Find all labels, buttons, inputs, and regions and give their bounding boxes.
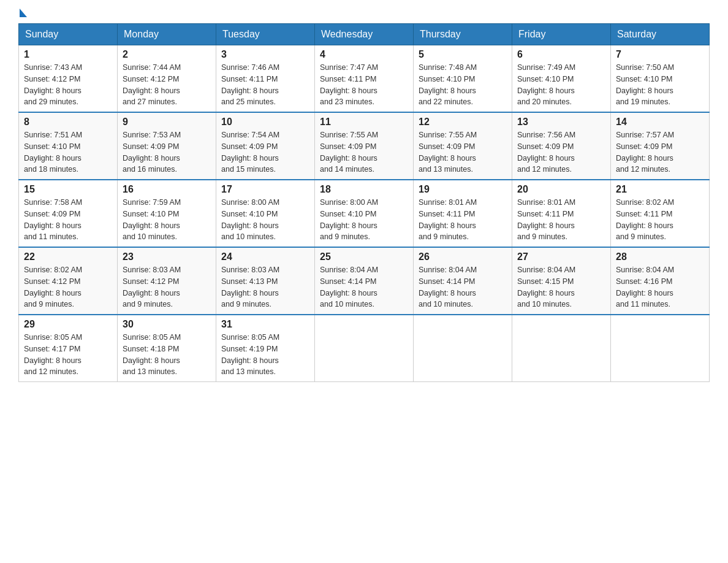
day-info: Sunrise: 8:05 AMSunset: 4:18 PMDaylight:… bbox=[123, 332, 211, 378]
calendar-cell: 22Sunrise: 8:02 AMSunset: 4:12 PMDayligh… bbox=[19, 247, 118, 315]
calendar-cell: 3Sunrise: 7:46 AMSunset: 4:11 PMDaylight… bbox=[216, 45, 315, 113]
day-number: 8 bbox=[24, 117, 112, 128]
day-info: Sunrise: 8:00 AMSunset: 4:10 PMDaylight:… bbox=[320, 197, 408, 243]
day-number: 29 bbox=[24, 319, 112, 330]
day-number: 11 bbox=[320, 117, 408, 128]
calendar-cell: 19Sunrise: 8:01 AMSunset: 4:11 PMDayligh… bbox=[414, 180, 512, 247]
calendar-cell: 4Sunrise: 7:47 AMSunset: 4:11 PMDaylight… bbox=[315, 45, 414, 113]
week-row-2: 8Sunrise: 7:51 AMSunset: 4:10 PMDaylight… bbox=[19, 112, 710, 180]
day-info: Sunrise: 8:04 AMSunset: 4:14 PMDaylight:… bbox=[320, 264, 408, 310]
day-info: Sunrise: 8:02 AMSunset: 4:11 PMDaylight:… bbox=[616, 197, 704, 243]
day-number: 12 bbox=[419, 117, 507, 128]
calendar-cell: 13Sunrise: 7:56 AMSunset: 4:09 PMDayligh… bbox=[512, 112, 611, 180]
day-header-wednesday: Wednesday bbox=[315, 24, 414, 45]
day-header-saturday: Saturday bbox=[611, 24, 710, 45]
calendar-cell: 15Sunrise: 7:58 AMSunset: 4:09 PMDayligh… bbox=[19, 180, 118, 247]
calendar-cell bbox=[315, 315, 414, 382]
day-info: Sunrise: 8:05 AMSunset: 4:19 PMDaylight:… bbox=[221, 332, 309, 378]
day-info: Sunrise: 7:47 AMSunset: 4:11 PMDaylight:… bbox=[320, 62, 408, 108]
day-info: Sunrise: 8:04 AMSunset: 4:14 PMDaylight:… bbox=[419, 264, 507, 310]
calendar-cell: 1Sunrise: 7:43 AMSunset: 4:12 PMDaylight… bbox=[19, 45, 118, 113]
logo bbox=[18, 12, 27, 17]
calendar-cell bbox=[414, 315, 512, 382]
day-info: Sunrise: 7:53 AMSunset: 4:09 PMDaylight:… bbox=[123, 129, 211, 175]
day-info: Sunrise: 7:57 AMSunset: 4:09 PMDaylight:… bbox=[616, 129, 704, 175]
day-header-friday: Friday bbox=[512, 24, 611, 45]
day-header-thursday: Thursday bbox=[414, 24, 512, 45]
day-info: Sunrise: 7:50 AMSunset: 4:10 PMDaylight:… bbox=[616, 62, 704, 108]
day-number: 4 bbox=[320, 49, 408, 60]
day-info: Sunrise: 8:04 AMSunset: 4:15 PMDaylight:… bbox=[517, 264, 605, 310]
calendar-cell bbox=[512, 315, 611, 382]
day-info: Sunrise: 8:03 AMSunset: 4:12 PMDaylight:… bbox=[123, 264, 211, 310]
week-row-4: 22Sunrise: 8:02 AMSunset: 4:12 PMDayligh… bbox=[19, 247, 710, 315]
calendar-cell: 12Sunrise: 7:55 AMSunset: 4:09 PMDayligh… bbox=[414, 112, 512, 180]
calendar-cell: 30Sunrise: 8:05 AMSunset: 4:18 PMDayligh… bbox=[118, 315, 216, 382]
day-info: Sunrise: 7:49 AMSunset: 4:10 PMDaylight:… bbox=[517, 62, 605, 108]
day-number: 28 bbox=[616, 251, 704, 262]
day-info: Sunrise: 7:51 AMSunset: 4:10 PMDaylight:… bbox=[24, 129, 112, 175]
week-row-5: 29Sunrise: 8:05 AMSunset: 4:17 PMDayligh… bbox=[19, 315, 710, 382]
day-number: 10 bbox=[221, 117, 309, 128]
day-number: 23 bbox=[123, 251, 211, 262]
day-info: Sunrise: 7:46 AMSunset: 4:11 PMDaylight:… bbox=[221, 62, 309, 108]
calendar-cell: 23Sunrise: 8:03 AMSunset: 4:12 PMDayligh… bbox=[118, 247, 216, 315]
day-number: 22 bbox=[24, 251, 112, 262]
day-number: 25 bbox=[320, 251, 408, 262]
day-number: 2 bbox=[123, 49, 211, 60]
day-number: 27 bbox=[517, 251, 605, 262]
day-number: 15 bbox=[24, 184, 112, 195]
day-header-monday: Monday bbox=[118, 24, 216, 45]
calendar-cell: 27Sunrise: 8:04 AMSunset: 4:15 PMDayligh… bbox=[512, 247, 611, 315]
day-number: 9 bbox=[123, 117, 211, 128]
day-info: Sunrise: 7:55 AMSunset: 4:09 PMDaylight:… bbox=[419, 129, 507, 175]
day-number: 3 bbox=[221, 49, 309, 60]
header bbox=[18, 12, 710, 17]
day-info: Sunrise: 8:01 AMSunset: 4:11 PMDaylight:… bbox=[517, 197, 605, 243]
calendar-cell: 7Sunrise: 7:50 AMSunset: 4:10 PMDaylight… bbox=[611, 45, 710, 113]
calendar-cell: 28Sunrise: 8:04 AMSunset: 4:16 PMDayligh… bbox=[611, 247, 710, 315]
day-number: 6 bbox=[517, 49, 605, 60]
day-number: 13 bbox=[517, 117, 605, 128]
day-number: 30 bbox=[123, 319, 211, 330]
calendar-cell: 10Sunrise: 7:54 AMSunset: 4:09 PMDayligh… bbox=[216, 112, 315, 180]
calendar-cell: 29Sunrise: 8:05 AMSunset: 4:17 PMDayligh… bbox=[19, 315, 118, 382]
day-number: 31 bbox=[221, 319, 309, 330]
day-number: 21 bbox=[616, 184, 704, 195]
calendar-cell: 25Sunrise: 8:04 AMSunset: 4:14 PMDayligh… bbox=[315, 247, 414, 315]
day-info: Sunrise: 7:44 AMSunset: 4:12 PMDaylight:… bbox=[123, 62, 211, 108]
day-number: 16 bbox=[123, 184, 211, 195]
day-number: 5 bbox=[419, 49, 507, 60]
day-info: Sunrise: 8:03 AMSunset: 4:13 PMDaylight:… bbox=[221, 264, 309, 310]
calendar-cell: 11Sunrise: 7:55 AMSunset: 4:09 PMDayligh… bbox=[315, 112, 414, 180]
day-info: Sunrise: 7:58 AMSunset: 4:09 PMDaylight:… bbox=[24, 197, 112, 243]
calendar-cell: 9Sunrise: 7:53 AMSunset: 4:09 PMDaylight… bbox=[118, 112, 216, 180]
day-info: Sunrise: 7:59 AMSunset: 4:10 PMDaylight:… bbox=[123, 197, 211, 243]
day-number: 19 bbox=[419, 184, 507, 195]
logo-triangle-icon bbox=[20, 9, 27, 17]
day-number: 24 bbox=[221, 251, 309, 262]
day-info: Sunrise: 7:54 AMSunset: 4:09 PMDaylight:… bbox=[221, 129, 309, 175]
day-info: Sunrise: 8:05 AMSunset: 4:17 PMDaylight:… bbox=[24, 332, 112, 378]
day-number: 20 bbox=[517, 184, 605, 195]
week-row-3: 15Sunrise: 7:58 AMSunset: 4:09 PMDayligh… bbox=[19, 180, 710, 247]
day-info: Sunrise: 7:48 AMSunset: 4:10 PMDaylight:… bbox=[419, 62, 507, 108]
day-number: 26 bbox=[419, 251, 507, 262]
day-info: Sunrise: 7:56 AMSunset: 4:09 PMDaylight:… bbox=[517, 129, 605, 175]
calendar-cell: 14Sunrise: 7:57 AMSunset: 4:09 PMDayligh… bbox=[611, 112, 710, 180]
day-header-tuesday: Tuesday bbox=[216, 24, 315, 45]
calendar-cell: 8Sunrise: 7:51 AMSunset: 4:10 PMDaylight… bbox=[19, 112, 118, 180]
day-number: 14 bbox=[616, 117, 704, 128]
day-number: 18 bbox=[320, 184, 408, 195]
day-info: Sunrise: 8:04 AMSunset: 4:16 PMDaylight:… bbox=[616, 264, 704, 310]
calendar-cell: 20Sunrise: 8:01 AMSunset: 4:11 PMDayligh… bbox=[512, 180, 611, 247]
day-number: 17 bbox=[221, 184, 309, 195]
day-info: Sunrise: 7:55 AMSunset: 4:09 PMDaylight:… bbox=[320, 129, 408, 175]
day-header-sunday: Sunday bbox=[19, 24, 118, 45]
calendar-cell: 16Sunrise: 7:59 AMSunset: 4:10 PMDayligh… bbox=[118, 180, 216, 247]
calendar-cell: 5Sunrise: 7:48 AMSunset: 4:10 PMDaylight… bbox=[414, 45, 512, 113]
calendar-cell: 26Sunrise: 8:04 AMSunset: 4:14 PMDayligh… bbox=[414, 247, 512, 315]
calendar-cell bbox=[611, 315, 710, 382]
day-info: Sunrise: 7:43 AMSunset: 4:12 PMDaylight:… bbox=[24, 62, 112, 108]
calendar-cell: 31Sunrise: 8:05 AMSunset: 4:19 PMDayligh… bbox=[216, 315, 315, 382]
